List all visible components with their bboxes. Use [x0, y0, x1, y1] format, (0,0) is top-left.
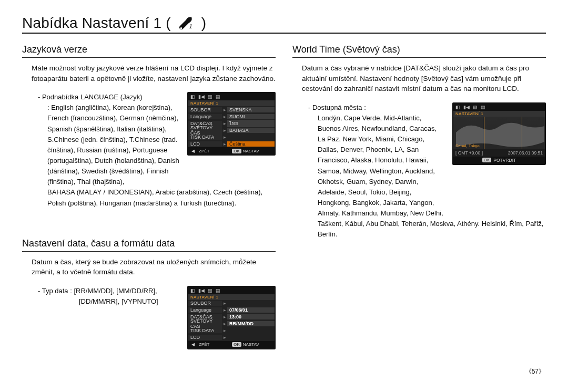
datetype-line1: - Typ data : [RR/MM/DD], [MM/DD/RR], [22, 286, 181, 296]
language-list-part1: : English (angličtina), Korean (korejšti… [22, 102, 181, 187]
page-title-row: Nabídka Nastavení 1 ( 1 ) [22, 15, 546, 34]
cities-list-part2: Taškent, Kábul, Abu Dhabi, Teherán, Mosk… [292, 219, 546, 240]
lcd-screenshot-datetime: ◧▮◀▧▤ NASTAVENÍ 1 SOUBOR▸ Language▸07/06… [187, 286, 276, 349]
language-paragraph: Máte možnost volby jazykové verze hlášen… [22, 63, 276, 84]
lcd-world-title: NASTAVENÍ 1 [453, 111, 545, 117]
left-column: Jazyková verze Máte možnost volby jazyko… [22, 41, 276, 349]
page-title-prefix: Nabídka Nastavení 1 ( [22, 15, 171, 32]
world-map-icon: Seoul, Tokyo [453, 117, 545, 149]
lcd-world-stamp: 2007.06.01 09:51 [508, 150, 543, 156]
lcd-world-city: Seoul, Tokyo [455, 143, 480, 148]
lcd-world-ok: OK [482, 158, 492, 162]
lcd-screenshot-worldtime: ◧▮◀▧▤ NASTAVENÍ 1 Seoul, Tokyo [ GMT +9.… [452, 102, 546, 165]
language-list-part2: BAHASA (MALAY / INDONESIAN), Arabic (ara… [22, 187, 276, 208]
page-title-suffix: ) [201, 15, 207, 32]
cities-label: - Dostupná města : [292, 102, 446, 113]
page-number: 57 [525, 367, 545, 376]
lcd-date-title: NASTAVENÍ 1 [188, 294, 275, 300]
lcd-world-gmt: [ GMT +9.00 ] [455, 150, 483, 156]
lcd-screenshot-language: ◧▮◀▧▤ NASTAVENÍ 1 SOUBOR▸SVENSKA Languag… [187, 92, 276, 156]
language-submenu-label: - Podnabídka LANGUAGE (Jazyk) [22, 92, 181, 102]
worldtime-paragraph: Datum a čas vybrané v nabídce [DAT&ČAS] … [292, 63, 546, 94]
cities-list-part1: Londýn, Cape Verde, Mid-Atlantic, Buenos… [292, 113, 446, 219]
section-header-worldtime: World Time (Světový čas) [292, 44, 546, 58]
svg-text:1: 1 [189, 23, 192, 29]
section-header-language: Jazyková verze [22, 44, 276, 58]
manual-page: Nabídka Nastavení 1 ( 1 ) Jazyková verze… [0, 0, 568, 392]
datetype-line2: [DD/MM/RR], [VYPNUTO] [22, 296, 181, 307]
section-header-datetime: Nastavení data, času a formátu data [22, 238, 276, 252]
lcd-world-confirm: POTVRDIT [493, 158, 516, 163]
right-column: World Time (Světový čas) Datum a čas vyb… [292, 41, 546, 349]
two-column-layout: Jazyková verze Máte možnost volby jazyko… [22, 41, 546, 349]
wrench-icon: 1 [176, 15, 196, 32]
datetime-paragraph: Datum a čas, který se bude zobrazovat na… [22, 257, 276, 277]
lcd-lang-title: NASTAVENÍ 1 [188, 100, 275, 106]
